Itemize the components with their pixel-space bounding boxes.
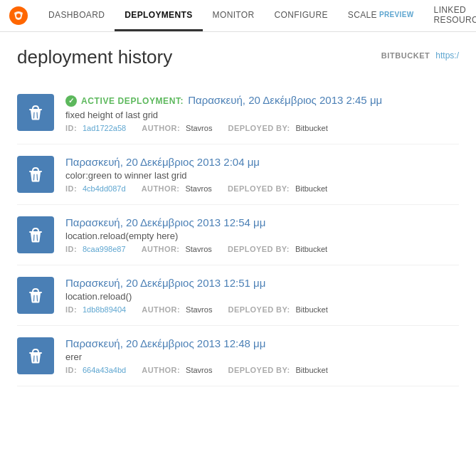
svg-rect-5: [29, 171, 42, 172]
deploy-message: location.reload(empty here): [65, 231, 459, 241]
svg-line-15: [34, 356, 35, 362]
deploy-icon: [17, 94, 54, 131]
svg-point-1: [16, 14, 21, 18]
separator: [218, 366, 222, 374]
active-badge: ACTIVE DEPLOYMENT: Παρασκευή, 20 Δεκέμβρ…: [65, 94, 459, 108]
svg-rect-8: [29, 231, 42, 233]
nav-item-dashboard[interactable]: DASHBOARD: [38, 0, 115, 31]
author-label: AUTHOR:: [142, 366, 180, 374]
nav-label-dashboard: DASHBOARD: [48, 10, 105, 20]
navigation-bar: DASHBOARD DEPLOYMENTS MONITOR CONFIGURE …: [0, 0, 476, 32]
deploy-timestamp[interactable]: Παρασκευή, 20 Δεκέμβριος 2013 12:54 μμ: [65, 216, 459, 228]
separator: [218, 124, 222, 132]
svg-rect-14: [29, 352, 42, 354]
deploy-info: Παρασκευή, 20 Δεκέμβριος 2013 2:04 μμ co…: [65, 156, 459, 193]
deploy-icon: [17, 216, 54, 253]
separator: [132, 184, 136, 193]
author-label: AUTHOR:: [142, 124, 180, 132]
deploy-id[interactable]: 8caa998e87: [83, 245, 126, 253]
svg-rect-2: [29, 109, 42, 110]
author-label: AUTHOR:: [142, 305, 180, 314]
bitbucket-icon: [25, 345, 46, 366]
deploy-icon: [17, 156, 54, 193]
deploy-meta: ID: 1db8b89404 AUTHOR: Stavros DEPLOYED …: [65, 305, 459, 314]
deploy-id[interactable]: 1ad1722a58: [83, 124, 126, 132]
author-value: Stavros: [186, 305, 212, 314]
deployed-by-label: DEPLOYED BY:: [228, 366, 290, 374]
deployment-item: Παρασκευή, 20 Δεκέμβριος 2013 2:04 μμ co…: [17, 144, 459, 205]
active-check-icon: [65, 95, 77, 107]
bitbucket-icon: [25, 164, 46, 185]
preview-badge: PREVIEW: [379, 11, 414, 19]
svg-line-4: [37, 112, 38, 118]
nav-label-configure: CONFIGURE: [275, 10, 328, 20]
deploy-timestamp-active[interactable]: Παρασκευή, 20 Δεκέμβριος 2013 2:45 μμ: [188, 94, 382, 106]
author-value: Stavros: [186, 124, 212, 132]
deploy-id[interactable]: 1db8b89404: [83, 305, 126, 314]
deploy-info: Παρασκευή, 20 Δεκέμβριος 2013 12:54 μμ l…: [65, 216, 459, 253]
deploy-message: location.reload(): [65, 291, 459, 302]
deploy-message: color:green to winner last grid: [65, 170, 459, 181]
separator: [218, 184, 222, 193]
deployment-item: Παρασκευή, 20 Δεκέμβριος 2013 12:54 μμ l…: [17, 205, 459, 265]
nav-item-configure[interactable]: CONFIGURE: [265, 0, 338, 31]
separator: [132, 124, 136, 132]
nav-label-deployments: DEPLOYMENTS: [125, 10, 192, 20]
deployed-by-value: Bitbucket: [296, 305, 328, 314]
nav-item-linked-resources[interactable]: LINKED RESOURCES: [424, 0, 476, 31]
id-label: ID:: [65, 305, 77, 314]
deployment-item: ACTIVE DEPLOYMENT: Παρασκευή, 20 Δεκέμβρ…: [17, 83, 459, 144]
deploy-id[interactable]: 4cb4dd087d: [83, 184, 126, 193]
svg-line-13: [37, 295, 38, 301]
app-logo[interactable]: [9, 6, 28, 26]
deploy-info: ACTIVE DEPLOYMENT: Παρασκευή, 20 Δεκέμβρ…: [65, 94, 459, 132]
deploy-id[interactable]: 664a43a4bd: [83, 366, 126, 374]
nav-item-scale[interactable]: SCALE PREVIEW: [338, 0, 424, 31]
deploy-message: erer: [65, 352, 459, 362]
author-label: AUTHOR:: [142, 245, 180, 253]
separator: [132, 366, 136, 374]
deployed-by-label: DEPLOYED BY:: [228, 124, 290, 132]
svg-line-12: [34, 295, 35, 301]
deploy-meta: ID: 4cb4dd087d AUTHOR: Stavros DEPLOYED …: [65, 184, 459, 193]
deploy-info: Παρασκευή, 20 Δεκέμβριος 2013 12:51 μμ l…: [65, 277, 459, 314]
author-value: Stavros: [185, 184, 211, 193]
nav-item-monitor[interactable]: MONITOR: [203, 0, 265, 31]
deployed-by-value: Bitbucket: [295, 245, 327, 253]
bitbucket-icon: [25, 285, 46, 306]
svg-line-10: [37, 235, 38, 241]
nav-label-monitor: MONITOR: [213, 10, 255, 20]
id-label: ID:: [65, 184, 77, 193]
bitbucket-icon: [25, 102, 46, 123]
deployed-by-label: DEPLOYED BY:: [228, 245, 290, 253]
deploy-timestamp[interactable]: Παρασκευή, 20 Δεκέμβριος 2013 12:51 μμ: [65, 277, 459, 289]
id-label: ID:: [65, 124, 77, 132]
deployed-by-value: Bitbucket: [295, 184, 327, 193]
deployed-by-value: Bitbucket: [296, 124, 328, 132]
page-content: deployment history BITBUCKET https:/: [0, 32, 476, 401]
separator: [132, 305, 136, 314]
author-value: Stavros: [185, 245, 211, 253]
deployment-item: Παρασκευή, 20 Δεκέμβριος 2013 12:48 μμ e…: [17, 326, 459, 386]
bitbucket-url[interactable]: https:/: [435, 51, 459, 60]
deploy-timestamp[interactable]: Παρασκευή, 20 Δεκέμβριος 2013 2:04 μμ: [65, 156, 459, 168]
deployed-by-label: DEPLOYED BY:: [228, 184, 290, 193]
id-label: ID:: [65, 245, 77, 253]
page-title: deployment history: [17, 46, 172, 68]
deploy-icon: [17, 277, 54, 314]
separator: [218, 305, 222, 314]
deployed-by-value: Bitbucket: [296, 366, 328, 374]
svg-line-6: [34, 174, 35, 180]
deploy-timestamp[interactable]: Παρασκευή, 20 Δεκέμβριος 2013 12:48 μμ: [65, 337, 459, 349]
nav-item-deployments[interactable]: DEPLOYMENTS: [115, 0, 202, 31]
id-label: ID:: [65, 366, 77, 374]
svg-line-3: [34, 112, 35, 118]
svg-line-9: [34, 235, 35, 241]
deployment-list: ACTIVE DEPLOYMENT: Παρασκευή, 20 Δεκέμβρ…: [17, 83, 459, 386]
separator: [132, 245, 136, 253]
svg-line-16: [37, 356, 38, 362]
separator: [218, 245, 222, 253]
deploy-info: Παρασκευή, 20 Δεκέμβριος 2013 12:48 μμ e…: [65, 337, 459, 374]
deployment-item: Παρασκευή, 20 Δεκέμβριος 2013 12:51 μμ l…: [17, 265, 459, 326]
author-label: AUTHOR:: [142, 184, 180, 193]
